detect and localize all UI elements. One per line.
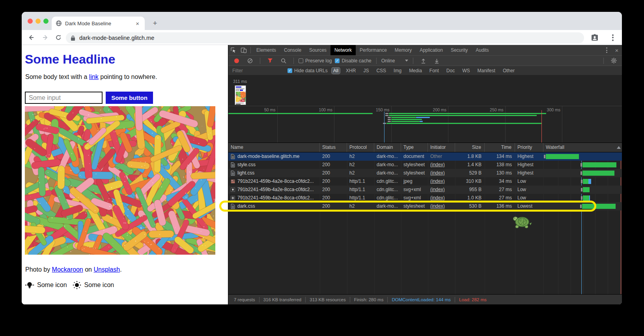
filter-button[interactable] [265, 56, 275, 66]
network-request-row[interactable]: dark.css200h2dark-mo...stylesheet(index)… [228, 202, 622, 210]
cell-initiator[interactable]: (index) [428, 177, 455, 186]
cell-domain: dark-mo... [374, 161, 401, 169]
reload-button[interactable] [53, 32, 63, 43]
browser-menu-button[interactable] [608, 32, 618, 43]
filter-chip-all[interactable]: All [332, 68, 340, 74]
initiator-link[interactable]: (index) [430, 170, 445, 176]
page-button[interactable]: Some button [106, 92, 153, 104]
page-text-input[interactable] [25, 92, 103, 104]
column-header-protocol[interactable]: Protocol [347, 143, 374, 152]
cell-initiator[interactable]: (index) [428, 202, 455, 210]
devtools-tab-console[interactable]: Console [280, 45, 305, 55]
devtools-close-button[interactable]: × [612, 45, 622, 55]
hide-data-urls-toggle[interactable]: ✓ Hide data URLs [287, 68, 328, 73]
filter-chip-img[interactable]: Img [392, 68, 403, 74]
devtools-tab-elements[interactable]: Elements [252, 45, 280, 55]
filter-chip-doc[interactable]: Doc [445, 68, 456, 74]
filter-chip-manifest[interactable]: Manifest [476, 68, 497, 74]
filter-chip-css[interactable]: CSS [375, 68, 388, 74]
import-har-button[interactable] [418, 56, 428, 66]
filter-chip-font[interactable]: Font [428, 68, 441, 74]
filter-chip-ws[interactable]: WS [461, 68, 471, 74]
cell-priority: Highest [515, 169, 543, 177]
filter-input[interactable] [231, 67, 284, 74]
waterfall-bar-blue [588, 179, 592, 184]
column-header-size[interactable]: Size [455, 143, 485, 152]
preserve-log-toggle[interactable]: Preserve log [299, 58, 332, 64]
initiator-link[interactable]: (index) [430, 195, 445, 201]
column-header-time[interactable]: Time [485, 143, 515, 152]
column-header-status[interactable]: Status [320, 143, 347, 152]
devtools-tab-security[interactable]: Security [447, 45, 472, 55]
devtools-tab-memory[interactable]: Memory [391, 45, 416, 55]
export-har-button[interactable] [431, 56, 442, 66]
initiator-link[interactable]: (index) [430, 187, 445, 192]
profile-badge-icon [591, 34, 599, 41]
throttling-select[interactable]: Online [381, 58, 409, 64]
network-request-row[interactable]: 791b2241-459b-4a2e-8cca-c0fdc2...200http… [228, 194, 622, 202]
cell-initiator[interactable]: (index) [428, 169, 455, 177]
devtools-tab-sources[interactable]: Sources [305, 45, 330, 55]
search-button[interactable] [278, 56, 289, 66]
clear-button[interactable] [245, 56, 255, 66]
column-header-domain[interactable]: Domain [374, 143, 401, 152]
cell-initiator[interactable]: (index) [428, 194, 455, 202]
forward-button[interactable] [40, 32, 50, 43]
credit-link-mockaroon[interactable]: Mockaroon [52, 266, 83, 273]
column-header-waterfall[interactable]: Waterfall [543, 143, 622, 152]
column-header-type[interactable]: Type [401, 143, 428, 152]
devtools-menu-button[interactable] [601, 45, 612, 55]
request-name: 791b2241-459b-4a2e-8cca-c0fdc2... [237, 177, 314, 186]
profile-button[interactable] [590, 32, 600, 43]
minimize-window-button[interactable] [35, 19, 41, 24]
chevron-down-icon [405, 60, 408, 62]
devtools-tab-audits[interactable]: Audits [472, 45, 493, 55]
initiator-link[interactable]: (index) [430, 162, 445, 167]
waterfall-overview[interactable]: 50 ms100 ms150 ms200 ms250 ms300 ms [228, 106, 622, 143]
record-button[interactable] [231, 56, 242, 66]
cell-status: 200 [320, 169, 347, 177]
device-toolbar-button[interactable] [239, 45, 249, 55]
throttling-value: Online [381, 58, 395, 64]
inspect-element-button[interactable] [228, 45, 239, 55]
network-request-row[interactable]: light.css200h2dark-mo...stylesheet(index… [228, 169, 622, 177]
devtools-tab-application[interactable]: Application [416, 45, 447, 55]
credit-link-unsplash[interactable]: Unsplash [93, 266, 120, 273]
search-icon [281, 58, 286, 64]
overview-request-bar [389, 113, 546, 114]
cell-initiator[interactable]: (index) [428, 161, 455, 169]
disable-cache-toggle[interactable]: ✓ Disable cache [335, 58, 371, 64]
overview-tick-label: 100 ms [319, 107, 334, 112]
filter-chip-js[interactable]: JS [362, 68, 370, 74]
initiator-link[interactable]: (index) [430, 203, 445, 209]
filter-chip-xhr[interactable]: XHR [344, 68, 357, 74]
network-request-row[interactable]: 791b2241-459b-4a2e-8cca-c0fdc2...200http… [228, 186, 622, 194]
network-request-row[interactable]: dark-mode-baseline.glitch.me200h2dark-mo… [228, 152, 622, 161]
network-request-row[interactable]: 791b2241-459b-4a2e-8cca-c0fdc2...200http… [228, 177, 622, 186]
back-button[interactable] [26, 32, 37, 43]
zoom-window-button[interactable] [43, 19, 49, 24]
address-bar[interactable]: dark-mode-baseline.glitch.me [66, 32, 584, 43]
cell-time: 138 ms [485, 161, 515, 169]
browser-tab[interactable]: Dark Mode Baseline × [52, 17, 145, 30]
overview-gridline [391, 106, 392, 143]
cell-initiator[interactable]: (index) [428, 186, 455, 194]
initiator-link[interactable]: (index) [430, 178, 445, 184]
new-tab-button[interactable]: + [150, 19, 160, 28]
filter-chip-other[interactable]: Other [501, 68, 516, 74]
devtools-tab-performance[interactable]: Performance [356, 45, 391, 55]
network-request-row[interactable]: style.css200h2dark-mo...stylesheet(index… [228, 161, 622, 169]
network-settings-button[interactable] [609, 56, 619, 66]
filter-chip-media[interactable]: Media [407, 68, 424, 74]
filmstrip-thumbnail[interactable] [235, 85, 246, 105]
tab-close-icon[interactable]: × [134, 20, 141, 27]
devtools-panel: ElementsConsoleSourcesNetworkPerformance… [228, 45, 622, 304]
body-link[interactable]: link [89, 73, 99, 80]
close-window-button[interactable] [28, 19, 33, 24]
cell-domain: dark-mo... [374, 169, 401, 177]
overview-tick-label: 250 ms [490, 107, 505, 112]
column-header-initiator[interactable]: Initiator [428, 143, 455, 152]
column-header-priority[interactable]: Priority [515, 143, 543, 152]
devtools-tab-network[interactable]: Network [330, 45, 356, 55]
column-header-name[interactable]: Name [228, 143, 320, 152]
